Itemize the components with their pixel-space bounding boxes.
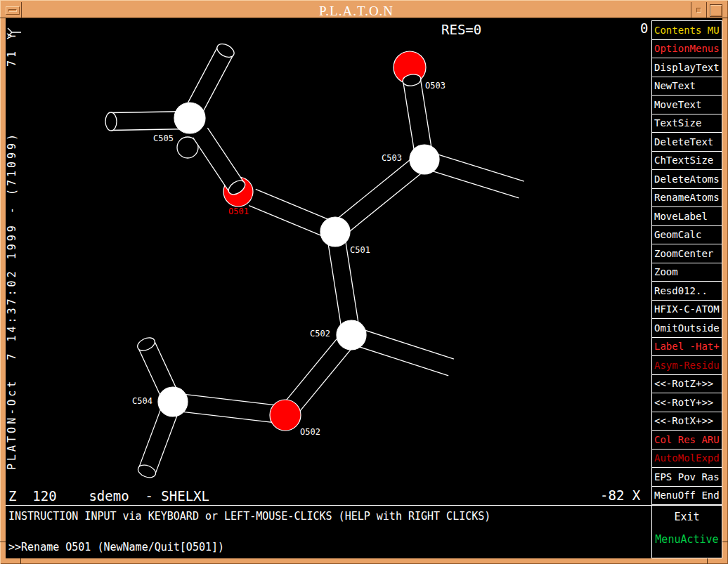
client-area: RES=0 0 Z 120 sdemo - SHELXL -82 X 71 Y …	[6, 18, 722, 558]
drawing-canvas[interactable]: RES=0 0 Z 120 sdemo - SHELXL -82 X 71 Y …	[6, 18, 651, 505]
version-banner: PLATON-Oct 7 14:37:02 1999 - (71099)	[6, 131, 18, 470]
menu-item-movelabel[interactable]: MoveLabel	[651, 206, 722, 226]
menu-item-eps-pov-ras[interactable]: EPS Pov Ras	[651, 467, 722, 487]
bond	[172, 393, 287, 424]
atom-label-c501: C501	[350, 246, 370, 255]
menu-item-renameatoms[interactable]: RenameAtoms	[651, 188, 722, 208]
bond-edge	[349, 343, 448, 376]
iconify-button[interactable]	[691, 2, 706, 18]
atom-label-c503: C503	[382, 154, 402, 163]
atom-ball-C503[interactable]	[410, 145, 439, 174]
menu-item-newtext[interactable]: NewText	[651, 77, 722, 96]
menu-item-textsize[interactable]: TextSize	[651, 114, 722, 133]
menu-item-automolexpd[interactable]: AutoMolExpd	[651, 449, 722, 468]
menu-item-asym-residu[interactable]: Asym-Residu	[651, 355, 722, 375]
menu-item-deletetext[interactable]: DeleteText	[651, 132, 722, 152]
frame-resize-mark[interactable]	[707, 558, 708, 564]
menu-item-movetext[interactable]: MoveText	[651, 95, 722, 114]
menu-item-geomcalc[interactable]: GeomCalc	[651, 225, 722, 245]
bond-edge	[341, 166, 430, 239]
menu-item-optionmenus[interactable]: OptionMenus	[651, 39, 722, 59]
frame-resize-mark[interactable]	[0, 542, 6, 542]
top-right-value: 0	[640, 22, 648, 35]
titlebar-drag-area[interactable]: P.L.A.T.O.N	[22, 2, 691, 18]
menu-item-rotx[interactable]: <<-RotX+>>	[651, 412, 722, 431]
frame-resize-mark[interactable]	[20, 558, 21, 564]
instruction-line: INSTRUCTION INPUT via KEYBOARD or LEFT-M…	[8, 511, 490, 522]
menu-item-col-res-aru[interactable]: Col Res ARU	[651, 430, 722, 450]
bond-edge	[427, 151, 524, 181]
atom-ball-C501[interactable]	[320, 217, 350, 247]
titlebar[interactable]: P.L.A.T.O.N	[2, 2, 726, 18]
window-title: P.L.A.T.O.N	[319, 4, 394, 19]
menu-item-deleteatoms[interactable]: DeleteAtoms	[651, 169, 722, 189]
molecule-drawing	[6, 18, 651, 505]
exit-button[interactable]: Exit	[652, 511, 722, 523]
titlebar-left-corner[interactable]	[2, 2, 22, 18]
platon-window: P.L.A.T.O.N RES=0 0 Z 120 sdemo - SHELXL…	[0, 0, 728, 564]
atom-ball-C502[interactable]	[337, 320, 366, 350]
menu-item-menuoff-end[interactable]: MenuOff End	[651, 486, 722, 506]
bond-end-cap	[105, 112, 117, 131]
menu-item-zoomcenter[interactable]: ZoomCenter	[651, 244, 722, 263]
bond-edge	[422, 168, 519, 198]
atom-label-o501: O501	[228, 207, 249, 216]
menu-item-resd012[interactable]: Resd012..	[651, 281, 722, 301]
iconify-icon	[696, 8, 701, 13]
atom-label-c504: C504	[132, 397, 152, 406]
bond-edge	[354, 327, 454, 359]
menu-item-hfix-c-atom[interactable]: HFIX-C-ATOM	[651, 300, 722, 320]
menu-item-zoom[interactable]: Zoom	[651, 263, 722, 282]
menu-item-rotz[interactable]: <<-RotZ+>>	[651, 374, 722, 394]
atom-label-o503: O503	[425, 81, 446, 91]
atom-label-c502: C502	[310, 329, 330, 339]
menu-item-chtextsize[interactable]: ChTextSize	[651, 151, 722, 171]
atom-ball-O502[interactable]	[270, 400, 301, 431]
maximize-icon	[710, 4, 722, 17]
menu-item-omitoutside[interactable]: OmitOutside	[651, 318, 722, 338]
frame-resize-mark[interactable]	[722, 542, 728, 542]
mouse-cursor-icon	[7, 27, 22, 38]
atom-ball-C504[interactable]	[158, 387, 188, 417]
menu-item-roty[interactable]: <<-RotY+>>	[651, 393, 722, 412]
exit-box[interactable]: Exit MenuActive	[651, 505, 722, 558]
x-axis-readout: -82 X	[600, 489, 640, 502]
atom-label-o502: O502	[300, 428, 320, 437]
res-indicator: RES=0	[441, 23, 481, 37]
menu-active-indicator[interactable]: MenuActive	[652, 533, 722, 546]
maximize-button[interactable]	[706, 2, 726, 18]
bond-edge	[330, 152, 419, 225]
minimize-button[interactable]	[6, 6, 20, 15]
side-menu: Contents MUOptionMenusDisplayTextNewText…	[651, 20, 722, 505]
atom-label-c505: C505	[153, 134, 174, 143]
command-prompt[interactable]: >>Rename O501 (NewName/Quit[O501])	[8, 542, 224, 553]
minimize-icon	[8, 9, 17, 12]
menu-item-label-hat[interactable]: Label -Hat+	[651, 337, 722, 357]
atom-ball-C505[interactable]	[174, 103, 205, 133]
menu-item-displaytext[interactable]: DisplayText	[651, 58, 722, 77]
menu-item-contents-mu[interactable]: Contents MU	[651, 20, 722, 40]
canvas-status-divider	[6, 505, 651, 506]
status-z-line: Z 120 sdemo - SHELXL	[8, 490, 209, 503]
